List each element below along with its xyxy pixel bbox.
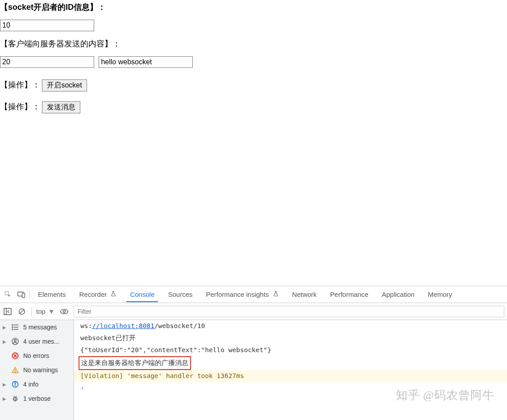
svg-rect-2 — [22, 293, 25, 297]
devtools-tabbar: Elements Recorder Console Sources Perfor… — [0, 286, 507, 303]
log-text: ws: — [80, 322, 92, 329]
chevron-right-icon: ▶ — [3, 382, 7, 387]
svg-point-12 — [12, 324, 13, 325]
sidebar-item-label: 5 messages — [23, 324, 57, 331]
tab-recorder[interactable]: Recorder — [74, 287, 122, 302]
svg-point-13 — [12, 327, 13, 328]
separator — [31, 307, 32, 316]
svg-line-6 — [20, 309, 24, 313]
svg-line-27 — [13, 398, 14, 399]
sidebar-item-errors[interactable]: No errors — [0, 349, 74, 363]
log-highlighted: 这是来自服务器给客户端的广播消息 — [79, 356, 191, 370]
filter-field — [74, 306, 504, 317]
log-line-highlighted-wrap: 这是来自服务器给客户端的广播消息 — [74, 356, 507, 370]
watermark: 知乎 @码农曾阿牛 — [396, 387, 495, 403]
tab-performance-insights[interactable]: Performance insights — [200, 287, 284, 302]
log-link[interactable]: //localhost:8081 — [92, 322, 154, 329]
input-to-user-id[interactable] — [0, 56, 94, 68]
tab-sources[interactable]: Sources — [162, 287, 198, 302]
sidebar-item-warnings[interactable]: No warnings — [0, 363, 74, 377]
console-body: ▶ 5 messages ▶ 4 user mes... No errors N… — [0, 320, 507, 420]
sidebar-toggle-icon[interactable] — [3, 307, 12, 316]
tab-application[interactable]: Application — [376, 287, 420, 302]
live-expression-icon[interactable] — [59, 307, 69, 316]
tab-perf-insights-label: Performance insights — [206, 291, 269, 298]
svg-line-28 — [17, 398, 17, 399]
log-line: {"toUserId":"20","contentText":"hello we… — [74, 344, 507, 356]
label-socket-id: 【socket开启者的ID信息】： — [0, 2, 507, 12]
chevron-right-icon: ▶ — [3, 339, 7, 344]
sidebar-item-info[interactable]: ▶ 4 info — [0, 377, 74, 391]
svg-point-8 — [63, 310, 65, 312]
sidebar-item-label: 4 info — [23, 381, 38, 388]
svg-point-14 — [12, 329, 13, 330]
context-label: top — [36, 308, 46, 315]
page-form: 【socket开启者的ID信息】： 【客户端向服务器发送的内容】： 【操作】： … — [0, 0, 507, 120]
inspect-icon[interactable] — [3, 289, 13, 300]
label-send-content: 【客户端向服务器发送的内容】： — [0, 38, 507, 49]
filter-input[interactable] — [74, 306, 504, 317]
tab-memory[interactable]: Memory — [423, 287, 457, 302]
chevron-right-icon: ▶ — [3, 325, 7, 330]
sidebar-item-label: 4 user mes... — [23, 338, 59, 345]
flask-icon — [273, 291, 279, 298]
sidebar-item-label: 1 verbose — [23, 395, 50, 402]
console-log-area[interactable]: ws://localhost:8081/websocket/10 websock… — [74, 320, 507, 420]
chevron-right-icon: ▶ — [3, 396, 7, 401]
svg-line-29 — [13, 399, 14, 400]
input-socket-id[interactable] — [0, 20, 94, 31]
device-toggle-icon[interactable] — [16, 289, 27, 300]
input-message[interactable] — [99, 56, 193, 68]
svg-point-16 — [14, 340, 16, 341]
sidebar-item-user-messages[interactable]: ▶ 4 user mes... — [0, 334, 74, 349]
log-text: /websocket/10 — [154, 322, 205, 329]
console-toolbar: top ▼ — [0, 303, 507, 320]
sidebar-item-verbose[interactable]: ▶ 1 verbose — [0, 391, 74, 406]
svg-point-21 — [15, 371, 16, 372]
label-action-open: 【操作】： — [0, 80, 40, 89]
user-icon — [11, 337, 20, 346]
tab-network[interactable]: Network — [287, 287, 322, 302]
tab-console[interactable]: Console — [125, 287, 160, 302]
log-line: ws://localhost:8081/websocket/10 — [74, 320, 507, 332]
tab-elements[interactable]: Elements — [33, 287, 71, 302]
log-line: websocket已打开 — [74, 332, 507, 344]
open-socket-button[interactable]: 开启socket — [42, 79, 87, 91]
dropdown-icon: ▼ — [48, 308, 55, 315]
clear-console-icon[interactable] — [17, 307, 27, 316]
svg-rect-0 — [5, 291, 8, 295]
sidebar-item-messages[interactable]: ▶ 5 messages — [0, 320, 74, 334]
separator — [29, 290, 30, 299]
svg-point-7 — [60, 309, 68, 314]
flask-icon — [110, 291, 116, 298]
tab-recorder-label: Recorder — [79, 291, 107, 298]
list-icon — [11, 323, 20, 332]
bug-icon — [11, 394, 20, 403]
svg-line-30 — [17, 399, 17, 400]
send-message-button[interactable]: 发送消息 — [42, 101, 80, 113]
console-sidebar: ▶ 5 messages ▶ 4 user mes... No errors N… — [0, 320, 74, 420]
error-icon — [11, 351, 20, 360]
svg-point-23 — [15, 383, 16, 383]
info-icon — [11, 380, 20, 389]
label-action-send: 【操作】： — [0, 102, 40, 111]
sidebar-item-label: No warnings — [23, 366, 58, 374]
log-violation: [Violation] 'message' handler took 13627… — [74, 370, 507, 382]
warning-icon — [11, 366, 20, 374]
tab-performance[interactable]: Performance — [325, 287, 374, 302]
sidebar-item-label: No errors — [23, 352, 49, 359]
context-selector[interactable]: top ▼ — [36, 308, 55, 315]
